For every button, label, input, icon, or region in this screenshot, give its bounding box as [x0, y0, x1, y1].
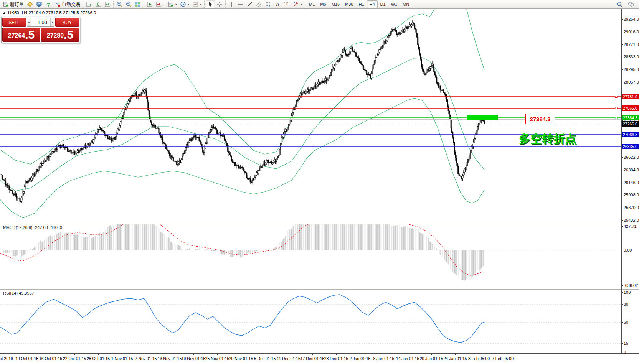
chart-shift-button[interactable]: [154, 0, 163, 8]
date-tick-mark: [98, 354, 99, 355]
band-middle-line[interactable]: [0, 58, 484, 191]
tf-m5[interactable]: M5: [317, 0, 329, 8]
channel-button[interactable]: E: [254, 0, 264, 8]
hline-anchor[interactable]: [615, 96, 617, 98]
autotrading-button[interactable]: 自动交易: [53, 0, 82, 8]
date-tick-mark: [455, 354, 456, 355]
indicator-axis-label: 50: [624, 320, 628, 324]
indicator-plus-icon: [168, 1, 174, 7]
date-label: 20 Jan 01:15: [420, 356, 443, 361]
toolbar-separator: [225, 1, 226, 8]
signals-button[interactable]: [44, 0, 53, 8]
axis-tick-mark: [622, 208, 623, 208]
tf-d1[interactable]: D1: [378, 0, 388, 8]
trendline-button[interactable]: [245, 0, 254, 8]
axis-tick-mark: [622, 170, 623, 170]
price-tick-label: 28057.0: [624, 80, 639, 84]
hline-anchor[interactable]: [615, 107, 617, 109]
price-tick-label: 26622.0: [624, 155, 639, 160]
new-order-button[interactable]: 新订单: [1, 0, 25, 8]
tf-w1[interactable]: W1: [388, 0, 400, 8]
price-axis[interactable]: 29254.029016.028771.028533.028295.028057…: [622, 9, 639, 353]
volume-up-button[interactable]: ▲: [50, 18, 54, 26]
date-tick-mark: [360, 354, 360, 355]
auto-scroll-button[interactable]: [145, 0, 154, 8]
date-tick-mark: [479, 354, 479, 355]
date-tick-mark: [289, 354, 289, 355]
dropdown-caret-icon: ▾: [200, 3, 201, 6]
tile-windows-button[interactable]: [133, 0, 142, 8]
tf-m1[interactable]: M1: [306, 0, 317, 8]
date-label: 22 Oct 01:15: [63, 356, 86, 361]
axis-tick-mark: [622, 157, 623, 158]
svg-text:T: T: [286, 2, 288, 6]
horizontal-line-button[interactable]: [236, 0, 245, 8]
rsi-pane[interactable]: [0, 290, 622, 353]
rsi-label: RSI(14) 49.3567: [3, 291, 34, 295]
zoom-out-button[interactable]: [124, 0, 133, 8]
tile-icon: [135, 1, 141, 7]
trendline-icon: [247, 1, 253, 7]
green-signal-icon: [45, 1, 51, 7]
arrows-icon: [293, 1, 299, 7]
candles-chart-button[interactable]: [94, 0, 103, 8]
bars-chart-button[interactable]: [84, 0, 94, 8]
hline-anchor[interactable]: [615, 117, 617, 119]
dropdown-caret-icon: ▾: [175, 3, 177, 6]
volume-stepper: ▼ ▲: [27, 18, 54, 27]
text-a-icon: A: [274, 1, 281, 7]
text-button[interactable]: A: [273, 0, 282, 8]
date-label: 25 Nov 01:15: [205, 356, 229, 361]
svg-text:E: E: [260, 5, 262, 7]
vertical-line-button[interactable]: [227, 0, 236, 8]
crosshair-button[interactable]: [215, 0, 224, 8]
search-icon: [616, 1, 622, 7]
buy-price-button[interactable]: 27280.5: [41, 28, 79, 42]
axis-tick-mark: [622, 57, 623, 57]
annotation-text[interactable]: 多空转折点: [519, 132, 576, 145]
search-button[interactable]: [615, 0, 624, 8]
date-label: 29 Nov 01:15: [229, 356, 253, 361]
price-annotation-box[interactable]: 27384.3: [525, 114, 555, 124]
community-button[interactable]: [35, 0, 44, 8]
chat-button[interactable]: [626, 0, 636, 8]
metaquotes-icon-button[interactable]: [25, 0, 35, 8]
templates-button[interactable]: ▾: [191, 0, 203, 8]
svg-text:F: F: [269, 5, 271, 7]
macd-pane[interactable]: [0, 224, 622, 289]
date-axis[interactable]: 3 Oct 201910 Oct 01:1516 Oct 01:1522 Oct…: [0, 354, 639, 364]
volume-down-button[interactable]: ▼: [27, 18, 31, 26]
periods-button[interactable]: ▾: [178, 0, 191, 8]
tf-h1[interactable]: H1: [356, 0, 367, 8]
fibonacci-button[interactable]: F: [264, 0, 273, 8]
price-tick-label: 29016.0: [624, 30, 639, 34]
tf-mn[interactable]: MN: [400, 0, 412, 8]
date-label: 23 Dec 01:15: [324, 356, 348, 361]
buy-button[interactable]: BUY: [55, 18, 79, 27]
band-lower-line[interactable]: [0, 98, 484, 218]
indicators-button[interactable]: ▾: [166, 0, 178, 8]
collapse-trade-panel-arrow[interactable]: ▲: [3, 11, 6, 15]
date-label: 17 Dec 01:15: [301, 356, 324, 361]
sell-price-button[interactable]: 27264.5: [2, 28, 40, 42]
volume-input[interactable]: [31, 18, 50, 26]
cursor-button[interactable]: [206, 0, 215, 8]
price-tick-label: 25670.0: [624, 205, 639, 210]
date-tick-mark: [217, 354, 218, 355]
axis-tick-mark: [622, 183, 623, 183]
indicator-axis-label: 80: [624, 302, 628, 306]
green-zone-rectangle[interactable]: [467, 115, 498, 120]
indicator-axis-label: -636.02: [624, 283, 638, 288]
tf-h4[interactable]: H4: [367, 0, 378, 8]
date-label: 3 Oct 2019: [0, 356, 13, 361]
line-chart-button[interactable]: [103, 0, 112, 8]
tf-m30[interactable]: M30: [342, 0, 356, 8]
text-label-button[interactable]: T: [282, 0, 291, 8]
date-label: 2 Jan 01:15: [350, 356, 371, 361]
macd-histogram: [1, 224, 484, 281]
cursor-icon: [207, 1, 213, 7]
tf-m15[interactable]: M15: [329, 0, 342, 8]
sell-button[interactable]: SELL: [2, 18, 26, 27]
zoom-in-button[interactable]: [115, 0, 124, 8]
arrows-button[interactable]: ▾: [291, 0, 304, 8]
